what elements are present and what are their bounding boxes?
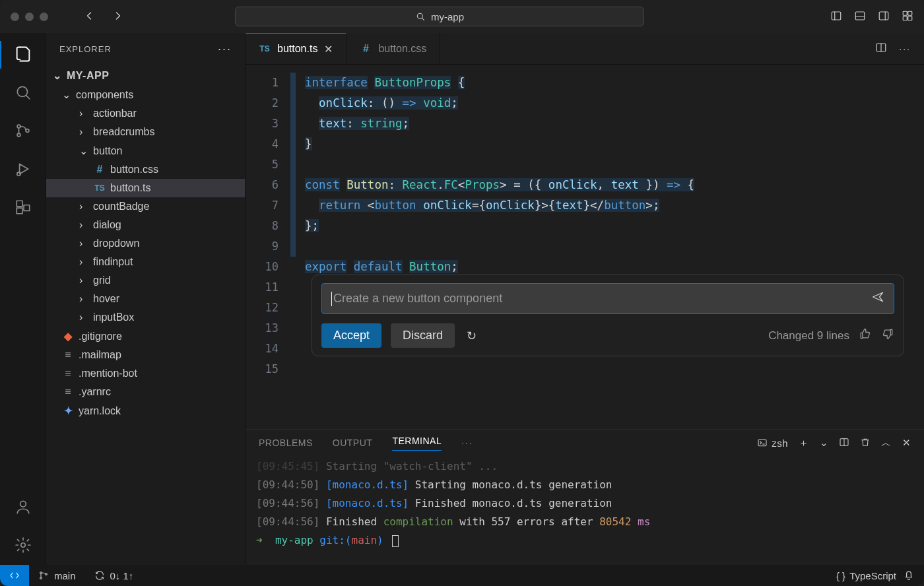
inline-chat-placeholder: Create a new button component <box>333 292 502 306</box>
activity-debug-icon[interactable] <box>14 160 32 178</box>
folder-root-label: MY-APP <box>67 70 109 82</box>
thumbs-up-icon[interactable] <box>859 327 872 344</box>
file-gitignore[interactable]: ◆.gitignore <box>46 327 245 346</box>
app-window: my-app EXPLORER ··· <box>0 0 924 586</box>
terminal-output[interactable]: [09:45:45] Starting "watch-client" ... [… <box>246 456 924 565</box>
terminal-dropdown-icon[interactable]: ⌄ <box>820 437 829 449</box>
svg-rect-2 <box>855 12 865 20</box>
folder-breadcrumbs[interactable]: ›breadcrumbs <box>46 123 245 141</box>
folder-button[interactable]: ⌄button <box>46 141 245 160</box>
panel-more-icon[interactable]: ··· <box>461 438 473 448</box>
kill-terminal-icon[interactable] <box>860 437 871 449</box>
folder-dropdown[interactable]: ›dropdown <box>46 234 245 253</box>
folder-label: findinput <box>93 256 133 268</box>
activity-account-icon[interactable] <box>14 498 32 516</box>
layout-sidebar-right-icon[interactable] <box>878 10 890 24</box>
split-terminal-icon[interactable] <box>839 437 849 449</box>
activity-explorer-icon[interactable] <box>14 45 32 63</box>
panel-tabs: PROBLEMS OUTPUT TERMINAL ··· zsh ＋ ⌄ ︿ ✕ <box>246 430 924 456</box>
file-label: yarn.lock <box>79 405 121 417</box>
activity-source-control-icon[interactable] <box>14 121 32 140</box>
text-cursor <box>331 292 332 306</box>
layout-panel-icon[interactable] <box>854 10 866 24</box>
notifications-icon[interactable] <box>903 569 915 583</box>
accept-button[interactable]: Accept <box>321 323 381 348</box>
folder-actionbar[interactable]: ›actionbar <box>46 104 245 123</box>
panel-tab-output[interactable]: OUTPUT <box>333 438 373 448</box>
inline-chat-input[interactable]: Create a new button component <box>321 283 894 314</box>
remote-indicator[interactable] <box>0 565 29 586</box>
command-center-text: my-app <box>431 11 464 22</box>
close-tab-icon[interactable]: ✕ <box>324 43 333 55</box>
titlebar: my-app <box>0 0 924 33</box>
terminal-cursor <box>392 535 399 547</box>
folder-components[interactable]: ⌄components <box>46 85 245 104</box>
new-terminal-icon[interactable]: ＋ <box>799 437 809 449</box>
file-yarnrc[interactable]: ≡.yarnrc <box>46 383 245 401</box>
file-yarn-lock[interactable]: ✦yarn.lock <box>46 401 245 420</box>
nav-back-icon[interactable] <box>82 9 96 24</box>
send-icon[interactable] <box>871 290 884 307</box>
tab-button-css[interactable]: # button.css <box>346 33 440 64</box>
inline-chat: Create a new button component Accept Dis… <box>312 275 904 356</box>
svg-rect-7 <box>908 16 912 20</box>
folder-hover[interactable]: ›hover <box>46 290 245 308</box>
folder-countbadge[interactable]: ›countBadge <box>46 197 245 216</box>
file-label: button.ts <box>110 182 150 194</box>
chevron-down-icon: ⌄ <box>79 145 88 157</box>
file-label: .yarnrc <box>79 386 111 398</box>
sidebar-more-icon[interactable]: ··· <box>218 42 232 56</box>
discard-button[interactable]: Discard <box>391 323 455 348</box>
maximize-panel-icon[interactable]: ︿ <box>881 437 892 449</box>
activity-settings-icon[interactable] <box>14 536 32 554</box>
activity-search-icon[interactable] <box>14 83 32 102</box>
tab-button-ts[interactable]: TS button.ts ✕ <box>246 33 346 64</box>
folder-grid[interactable]: ›grid <box>46 271 245 290</box>
folder-label: dropdown <box>93 238 139 249</box>
tab-label: button.ts <box>277 43 317 55</box>
folder-dialog[interactable]: ›dialog <box>46 216 245 234</box>
svg-point-17 <box>20 543 25 548</box>
thumbs-down-icon[interactable] <box>881 327 894 344</box>
chevron-right-icon: › <box>79 293 88 305</box>
minimize-window[interactable] <box>25 13 34 21</box>
svg-rect-4 <box>903 11 907 15</box>
folder-label: countBadge <box>93 201 149 212</box>
regenerate-icon[interactable]: ↻ <box>467 329 477 343</box>
folder-findinput[interactable]: ›findinput <box>46 253 245 271</box>
status-branch[interactable]: main <box>29 570 85 581</box>
folder-root[interactable]: ⌄ MY-APP <box>46 66 245 85</box>
code-editor[interactable]: 123456789101112131415 interface ButtonPr… <box>246 65 924 429</box>
yarn-file-icon: ✦ <box>62 405 74 417</box>
split-editor-icon[interactable] <box>875 42 887 55</box>
file-mention-bot[interactable]: ≡.mention-bot <box>46 364 245 383</box>
command-center[interactable]: my-app <box>235 7 644 26</box>
layout-sidebar-left-icon[interactable] <box>830 10 842 24</box>
close-window[interactable] <box>11 13 19 21</box>
nav-forward-icon[interactable] <box>112 9 125 24</box>
code-content[interactable]: interface ButtonProps { onClick: () => v… <box>305 73 913 277</box>
folder-inputbox[interactable]: ›inputBox <box>46 308 245 327</box>
css-file-icon: # <box>94 164 106 176</box>
status-sync[interactable]: 0↓ 1↑ <box>85 570 143 581</box>
more-actions-icon[interactable]: ··· <box>899 44 911 54</box>
status-language[interactable]: { } TypeScript <box>836 570 896 581</box>
line-gutter: 123456789101112131415 <box>246 73 292 379</box>
editor-tabs: TS button.ts ✕ # button.css ··· <box>246 33 924 65</box>
svg-rect-6 <box>903 16 907 20</box>
panel-tab-terminal[interactable]: TERMINAL <box>392 436 442 451</box>
chevron-down-icon: ⌄ <box>53 69 62 82</box>
close-panel-icon[interactable]: ✕ <box>902 437 911 449</box>
activity-extensions-icon[interactable] <box>14 198 32 216</box>
terminal-profile[interactable]: zsh <box>757 438 788 449</box>
file-button-ts[interactable]: TSbutton.ts <box>46 179 245 197</box>
git-file-icon: ◆ <box>62 330 74 342</box>
maximize-window[interactable] <box>40 13 48 21</box>
search-icon <box>415 11 426 22</box>
file-button-css[interactable]: #button.css <box>46 160 245 179</box>
file-mailmap[interactable]: ≡.mailmap <box>46 346 245 364</box>
panel-tab-problems[interactable]: PROBLEMS <box>259 438 313 448</box>
layout-customize-icon[interactable] <box>902 10 913 24</box>
sync-status: 0↓ 1↑ <box>110 570 134 581</box>
activity-bar <box>0 33 46 565</box>
